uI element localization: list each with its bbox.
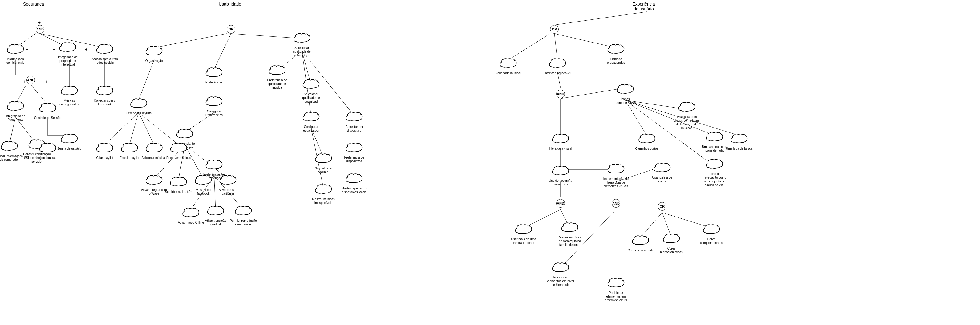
svg-line-21 (105, 112, 138, 145)
label-conectar_fb: Conectar com o Facebook (91, 99, 119, 106)
cloud-ativar_waze (145, 174, 163, 188)
cloud-normalizar_vol (314, 153, 332, 166)
cloud-conectar_fb (95, 85, 114, 98)
node-exibir_prop: Exibir de propagandas (602, 43, 630, 65)
operator-exp_and1: AND (556, 90, 565, 98)
node-lupa_busca: Uma lupa de busca (726, 133, 752, 151)
node-reprod_sem_pausa: Permitir reprodução sem pausas (229, 205, 257, 226)
node-posicionar_ordem: Posicionar elementos em ordem de leitura (602, 277, 630, 302)
node-config_eq: Configurar equalizador (297, 111, 325, 132)
node-senha_usuario: Senha de usuário (57, 133, 81, 151)
node-usar_familia: Usar mais de uma família de fonte (510, 223, 538, 245)
label-icone_nav: Ícone de navegação como um conjunto de á… (701, 172, 729, 187)
node-conectar_fb: Conectar com o Facebook (91, 85, 119, 106)
svg-line-41 (554, 12, 647, 25)
label-uso_tipografia: Uso de tipografia hierárquica (547, 179, 574, 186)
label-controle_sess: Controle de Sessão (34, 116, 61, 120)
label-config_eq: Configurar equalizador (297, 125, 325, 132)
node-ativar_offline: Ativar modo Offline (178, 207, 204, 225)
svg-line-18 (138, 60, 154, 100)
label-cores_contraste: Cores de contraste (628, 249, 654, 252)
node-usar_paleta: Usar paleta de cores (648, 162, 676, 183)
cloud-musicas_cript (60, 85, 78, 98)
label-reprod_sem_pausa: Permitir reprodução sem pausas (229, 219, 257, 226)
cloud-icones_rep (616, 83, 635, 97)
cloud-config_pref (205, 96, 223, 109)
operator-usab_or: OR (227, 25, 235, 33)
cloud-config_eq (302, 111, 320, 124)
cloud-antena_radio (705, 131, 724, 145)
cloud-excluir_pl (120, 142, 138, 156)
node-adicionar_mus: Adicionar músicas (142, 142, 166, 160)
node-conect_disp: Conectar um dispositivo (340, 111, 368, 132)
cloud-sel_qual_down (302, 78, 320, 92)
label-posicionar_elem: Posicionar elementos em nível de hierarq… (547, 276, 574, 287)
cloud-mostrar_fb (194, 174, 213, 188)
section-title-usabilidade: Usabilidade (219, 2, 241, 6)
node-hier_and2: AND (556, 199, 565, 208)
cloud-ativar_trans (206, 205, 225, 218)
cloud-lupa_busca (730, 133, 748, 147)
cloud-senha_usuario (60, 133, 78, 147)
cloud-conect_disp (345, 111, 363, 124)
label-diferenciar_niveis: Diferenciar níveis de hierarquia na famí… (556, 236, 584, 247)
label-sel_qual_down: Selecionar qualidade de download (297, 92, 325, 104)
cloud-posicionar_elem (551, 261, 570, 275)
svg-line-15 (154, 33, 227, 48)
label-ativar_sessao: Ativar sessão particular (214, 188, 242, 196)
svg-line-23 (138, 112, 154, 145)
node-implementacao_hier: Implementação de hierarquia de elementos… (602, 163, 630, 188)
label-hierarquia_vis: Hierarquia visual (549, 147, 572, 151)
node-ativar_sessao: Ativar sessão particular (214, 174, 242, 196)
label-integ_pag: Integridade de Pagamento (2, 114, 29, 122)
label-lupa_busca: Uma lupa de busca (726, 147, 752, 151)
cloud-ativar_sessao (219, 174, 237, 188)
node-scrobble: Scrobble na Last.fm (165, 176, 192, 194)
node-diferenciar_niveis: Diferenciar níveis de hierarquia na famí… (556, 221, 584, 247)
label-gerenciar_pl: Gerenciar Playlists (126, 112, 151, 115)
node-usar_or: OR (658, 202, 667, 211)
cloud-implementacao_hier (607, 163, 625, 177)
cloud-mostrar_locais (345, 172, 363, 186)
node-hierarquia_vis: Hierarquia visual (549, 133, 572, 151)
node-exp_or: OR (550, 25, 559, 33)
cloud-integ_pag (6, 100, 25, 114)
node-pref_qual_mus: Preferência de qualidade de música (263, 64, 291, 90)
cloud-pref_disp (345, 142, 363, 155)
svg-text:+: + (85, 47, 88, 52)
label-caminhos_curtos: Caminhos curtos (635, 147, 658, 151)
label-preferencias_main: Preferências (205, 81, 223, 84)
cloud-prateleira (678, 101, 696, 115)
node-interface_agr: Interface agradável (544, 57, 571, 75)
label-ativar_waze: Ativar integrar com o Waze (140, 188, 168, 196)
cloud-hierarquia_vis (551, 133, 570, 147)
svg-line-16 (214, 33, 231, 69)
label-antena_radio: Uma antena como ícone de rádio (701, 145, 729, 153)
cloud-pref_redes (175, 128, 194, 142)
operator-seg_and2: AND (27, 76, 35, 84)
label-usar_paleta: Usar paleta de cores (648, 176, 676, 183)
cloud-variedade_mus (499, 57, 517, 71)
label-criar_pl: Criar playlist (95, 156, 114, 160)
label-cores_complementares: Cores complementares (698, 237, 725, 245)
cloud-ativar_offline (182, 207, 200, 220)
cloud-posicionar_ordem (607, 277, 625, 290)
operator-hier_and2: AND (556, 199, 565, 208)
node-integ_pag: Integridade de Pagamento (2, 100, 29, 122)
cloud-uso_tipografia (551, 165, 570, 178)
label-acesso_redes: Acesso com outras redes sociais (91, 57, 119, 65)
label-remover_mus: Remover músicas (166, 156, 191, 160)
cloud-scrobble (169, 176, 188, 190)
node-impl_and: AND (612, 199, 620, 208)
node-caminhos_curtos: Caminhos curtos (635, 133, 658, 151)
node-cores_complementares: Cores complementares (698, 223, 725, 245)
node-integ_prop: Integridade de propriedade intelectual (54, 41, 82, 67)
node-gerenciar_pl: Gerenciar Playlists (126, 97, 151, 115)
cloud-cores_complementares (702, 223, 721, 237)
cloud-login_usuario (38, 142, 57, 156)
section-title-experiencia: Experiênciado usuário (619, 2, 668, 11)
node-variedade_mus: Variedade musical (496, 57, 521, 75)
label-icones_rep: Ícones representativos (611, 97, 639, 105)
label-login_usuario: Login de usuário (37, 156, 59, 160)
label-mostrar_locais: Mostrar apenas os dispositivos locais (340, 187, 368, 194)
